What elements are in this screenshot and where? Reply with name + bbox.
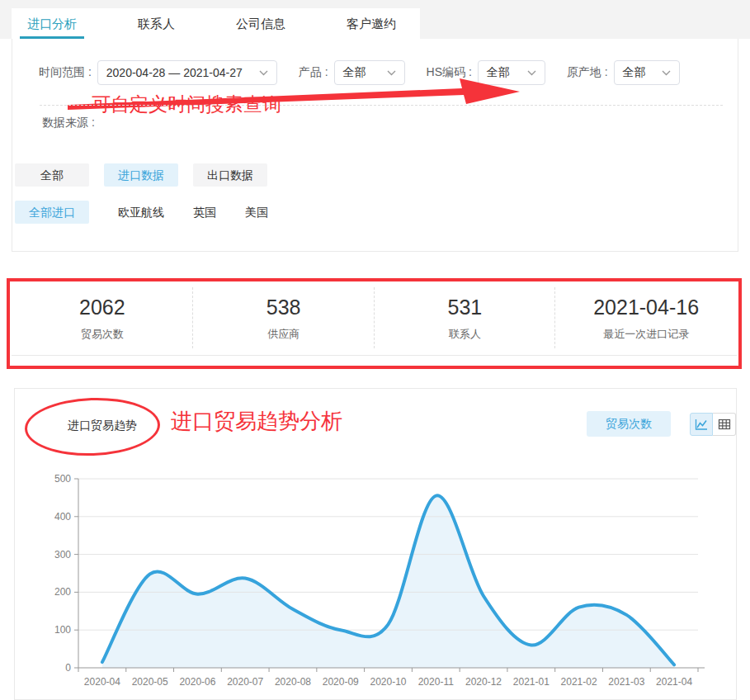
line-chart-view-button[interactable] <box>690 413 713 436</box>
y-tick-label: 100 <box>54 624 71 636</box>
table-view-button[interactable] <box>713 413 736 436</box>
table-grid-icon <box>718 418 731 431</box>
stats-card: 2062 贸易次数 538 供应商 531 联系人 2021-04-16 最近一… <box>12 281 737 356</box>
hs-code-select[interactable]: 全部 <box>478 60 545 85</box>
x-tick-label: 2020-09 <box>323 676 359 688</box>
main-tab-bar: 进口分析 联系人 公司信息 客户邀约 <box>12 8 420 39</box>
stat-label: 最近一次进口记录 <box>603 327 689 342</box>
top-strip: 进口分析 联系人 公司信息 客户邀约 <box>0 0 750 39</box>
filter-card: 时间范围 : 2020-04-28 — 2021-04-27 产品 : 全部 H… <box>12 39 738 252</box>
filter-import-data-button[interactable]: 进口数据 <box>104 163 178 187</box>
stat-suppliers: 538 供应商 <box>193 281 375 355</box>
stat-label: 联系人 <box>449 327 481 342</box>
x-tick-label: 2020-10 <box>370 676 406 688</box>
x-tick-label: 2021-02 <box>561 676 597 688</box>
stat-trade-count: 2062 贸易次数 <box>12 281 193 355</box>
data-type-buttons: 全部 进口数据 出口数据 <box>15 163 267 187</box>
origin-label: 原产地 : <box>567 65 608 80</box>
trend-chart: 01002003004005002020-042020-052020-06202… <box>15 463 738 698</box>
chevron-down-icon <box>387 70 396 76</box>
x-tick-label: 2020-08 <box>275 676 311 688</box>
y-tick-label: 0 <box>65 662 71 674</box>
origin-value: 全部 <box>623 65 646 80</box>
trend-title: 进口贸易趋势 <box>68 419 137 433</box>
chevron-down-icon <box>527 70 536 76</box>
trend-annotation-text: 进口贸易趋势分析 <box>171 407 342 436</box>
filter-export-data-button[interactable]: 出口数据 <box>193 163 267 187</box>
filter-all-button[interactable]: 全部 <box>15 163 89 187</box>
product-value: 全部 <box>343 65 366 80</box>
stat-label: 供应商 <box>267 327 300 342</box>
date-range-label: 时间范围 : <box>39 65 92 80</box>
stat-value: 531 <box>448 296 483 319</box>
route-uk[interactable]: 英国 <box>193 201 216 224</box>
product-select[interactable]: 全部 <box>334 60 405 85</box>
tab-customer-invite[interactable]: 客户邀约 <box>347 8 396 39</box>
chart-view-toggle <box>690 413 736 436</box>
chevron-down-icon <box>259 70 268 76</box>
x-tick-label: 2020-11 <box>418 676 454 688</box>
tab-import-analysis[interactable]: 进口分析 <box>27 8 77 39</box>
stat-contacts: 531 联系人 <box>375 281 556 355</box>
hs-code-label: HS编码 : <box>427 65 472 80</box>
date-range-select[interactable]: 2020-04-28 — 2021-04-27 <box>97 60 277 85</box>
stats-annotation-box: 2062 贸易次数 538 供应商 531 联系人 2021-04-16 最近一… <box>7 278 742 369</box>
metric-trade-count-button[interactable]: 贸易次数 <box>587 411 671 437</box>
stat-label: 贸易次数 <box>81 327 124 342</box>
x-tick-label: 2020-07 <box>227 676 263 688</box>
line-chart-icon <box>695 418 708 431</box>
tab-contacts[interactable]: 联系人 <box>138 8 175 39</box>
stat-last-import: 2021-04-16 最近一次进口记录 <box>555 281 737 355</box>
trend-area-fill <box>102 495 674 668</box>
x-tick-label: 2021-01 <box>513 676 550 688</box>
x-tick-label: 2020-06 <box>179 676 215 688</box>
y-tick-label: 200 <box>54 586 71 598</box>
stat-value: 538 <box>267 296 301 319</box>
x-tick-label: 2020-12 <box>465 676 502 688</box>
route-tabs: 全部进口 欧亚航线 英国 美国 <box>15 201 268 224</box>
filter-row: 时间范围 : 2020-04-28 — 2021-04-27 产品 : 全部 H… <box>39 60 680 85</box>
x-tick-label: 2021-03 <box>608 676 644 688</box>
chevron-down-icon <box>662 70 671 76</box>
hs-code-value: 全部 <box>487 65 510 80</box>
x-tick-label: 2020-04 <box>84 676 120 688</box>
x-tick-label: 2021-04 <box>656 676 692 688</box>
product-label: 产品 : <box>299 65 328 80</box>
data-source-label: 数据来源 : <box>42 116 95 130</box>
tab-company-info[interactable]: 公司信息 <box>236 8 285 39</box>
time-annotation-text: 可自定义时间搜索查询 <box>92 92 281 117</box>
trend-card: 进口贸易趋势 进口贸易趋势分析 贸易次数 0100200300400500 <box>14 388 737 700</box>
y-tick-label: 400 <box>54 511 71 523</box>
y-tick-label: 300 <box>54 549 71 560</box>
date-range-value: 2020-04-28 — 2021-04-27 <box>106 66 243 79</box>
stat-value: 2021-04-16 <box>593 296 699 319</box>
stat-value: 2062 <box>79 296 125 319</box>
route-usa[interactable]: 美国 <box>245 201 268 224</box>
x-tick-label: 2020-05 <box>132 676 168 688</box>
route-all-import[interactable]: 全部进口 <box>15 201 89 224</box>
page: 进口分析 联系人 公司信息 客户邀约 时间范围 : 2020-04-28 — 2… <box>0 0 750 700</box>
route-eurasia[interactable]: 欧亚航线 <box>118 201 164 224</box>
y-tick-label: 500 <box>54 473 71 485</box>
origin-select[interactable]: 全部 <box>614 60 680 85</box>
